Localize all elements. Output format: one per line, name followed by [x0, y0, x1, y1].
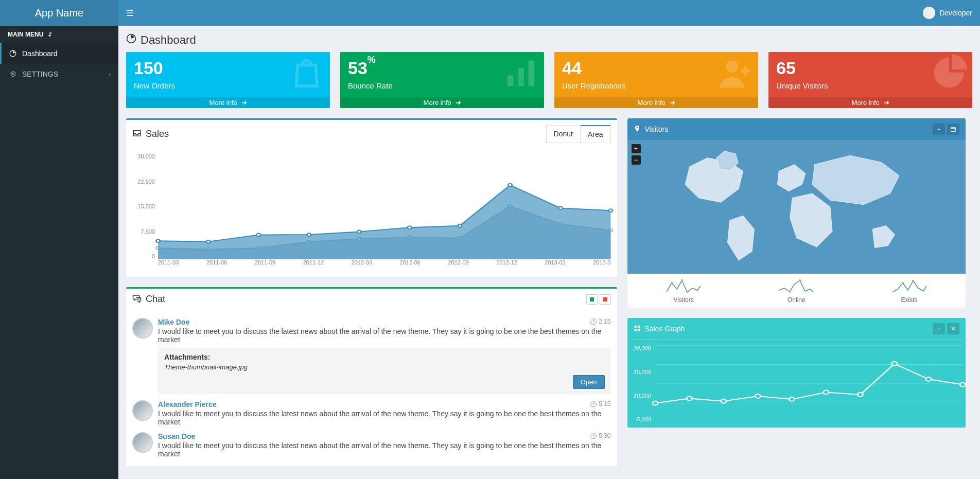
chat-name[interactable]: Susan Doe	[158, 432, 195, 440]
pie-icon	[931, 55, 967, 98]
svg-point-19	[257, 234, 261, 237]
svg-point-17	[156, 239, 160, 242]
sidebar: App Name MAIN MENU ↧ Dashboard SETTINGS …	[0, 0, 118, 479]
world-map[interactable]: + −	[627, 140, 966, 274]
chat-message: I would like to meet you to discuss the …	[158, 410, 611, 426]
sidebar-item-settings[interactable]: SETTINGS ‹	[0, 64, 118, 84]
chat-time: 2:15	[590, 318, 610, 325]
chevron-left-icon: ‹	[109, 71, 111, 77]
chart-tabs: Donut Area	[546, 125, 611, 143]
svg-point-51	[926, 377, 931, 381]
user-label: Developer	[939, 9, 972, 17]
attachment-file: Theme-thumbnail-image.jpg	[164, 363, 605, 371]
svg-point-28	[671, 282, 673, 284]
sales-graph-box: Sales Graph − ✕ 20,00015,00010,0005,000	[627, 318, 966, 428]
collapse-button[interactable]: −	[933, 123, 945, 135]
chat-item: Susan Doe5:30I would like to meet you to…	[132, 429, 611, 461]
chat-item: Mike Doe2:15I would like to meet you to …	[132, 315, 611, 397]
gear-icon	[8, 70, 18, 78]
arrow-circle-icon: ➜	[455, 99, 461, 107]
svg-point-33	[902, 282, 904, 284]
more-info-link[interactable]: More info ➜	[768, 97, 972, 108]
arrow-circle-icon: ➜	[883, 99, 889, 107]
grid-icon	[634, 325, 641, 333]
svg-point-6	[726, 61, 738, 73]
chat-attachment: Attachments:Theme-thumbnail-image.jpgOpe…	[158, 348, 611, 394]
open-button[interactable]: Open	[573, 375, 605, 389]
collapse-button[interactable]: −	[933, 323, 945, 334]
svg-point-22	[408, 226, 412, 229]
arrow-circle-icon: ➜	[669, 99, 675, 107]
bag-icon	[289, 55, 325, 98]
top-nav: ☰ Developer	[118, 0, 980, 26]
svg-point-43	[652, 401, 657, 405]
tab-area[interactable]: Area	[581, 125, 610, 143]
dashboard-icon	[8, 50, 18, 57]
svg-rect-4	[518, 68, 524, 86]
inbox-icon	[132, 129, 142, 139]
close-button[interactable]: ✕	[947, 323, 959, 334]
svg-point-25	[558, 206, 563, 209]
svg-point-44	[687, 397, 692, 401]
avatar	[132, 400, 153, 421]
more-info-link[interactable]: More info ➜	[126, 97, 330, 108]
calendar-button[interactable]	[947, 123, 959, 135]
svg-point-20	[307, 233, 311, 236]
avatar	[132, 432, 153, 453]
marker-icon	[634, 125, 641, 134]
page-header: Dashboard	[118, 26, 980, 52]
status-busy-toggle[interactable]	[600, 294, 611, 305]
stat-unique-visitors: 65 Unique Visitors More info ➜	[768, 52, 972, 108]
svg-rect-3	[507, 76, 514, 86]
chat-box: Chat Mike Doe2:15I would like to meet yo…	[126, 287, 617, 466]
sales-box: Sales Donut Area 30,00022,50015,0007,500…	[126, 118, 617, 277]
zoom-out-button[interactable]: −	[632, 155, 641, 165]
svg-point-49	[857, 393, 863, 397]
box-title: Chat	[146, 294, 165, 305]
box-title: Sales Graph	[645, 325, 685, 333]
chat-name[interactable]: Alexander Pierce	[158, 400, 217, 409]
chat-time: 5:30	[590, 432, 610, 439]
svg-point-50	[891, 362, 897, 366]
svg-rect-36	[638, 325, 640, 327]
svg-point-1	[12, 73, 14, 75]
tab-donut[interactable]: Donut	[547, 126, 581, 143]
sales-graph-chart: 20,00015,00010,0005,000	[627, 340, 966, 422]
chat-message: I would like to meet you to discuss the …	[158, 441, 611, 458]
sidebar-item-label: SETTINGS	[22, 70, 58, 78]
chat-item: Alexander Pierce5:15I would like to meet…	[132, 397, 611, 429]
arrow-circle-icon: ➜	[241, 99, 247, 107]
svg-point-52	[960, 383, 965, 387]
svg-rect-5	[529, 61, 535, 86]
user-menu[interactable]: Developer	[923, 7, 972, 19]
app-logo[interactable]: App Name	[0, 0, 118, 26]
svg-rect-35	[634, 325, 636, 327]
svg-point-47	[789, 397, 794, 401]
visitors-box: Visitors − + −	[627, 118, 966, 308]
avatar	[923, 7, 935, 19]
page-title: Dashboard	[141, 33, 196, 47]
sales-chart: 30,00022,50015,0007,5000 2011-032011-062…	[132, 153, 611, 272]
svg-point-34	[912, 280, 914, 282]
status-online-toggle[interactable]	[586, 294, 598, 305]
svg-point-21	[357, 230, 361, 233]
bars-icon	[503, 55, 539, 98]
avatar	[132, 318, 153, 339]
chat-icon	[132, 294, 142, 305]
zoom-in-button[interactable]: +	[632, 144, 641, 153]
stat-bounce-rate: 53% Bounce Rate More info ➜	[340, 52, 544, 108]
menu-toggle[interactable]: ☰	[126, 8, 133, 18]
svg-point-23	[458, 224, 462, 227]
svg-rect-27	[951, 128, 956, 132]
svg-point-32	[789, 291, 791, 293]
more-info-link[interactable]: More info ➜	[554, 97, 758, 108]
svg-point-46	[755, 394, 760, 398]
svg-point-18	[206, 240, 211, 243]
svg-point-24	[508, 184, 512, 187]
box-title: Visitors	[645, 125, 669, 133]
sidebar-item-dashboard[interactable]: Dashboard	[0, 43, 118, 64]
more-info-link[interactable]: More info ➜	[340, 97, 544, 108]
user-add-icon	[717, 55, 753, 98]
chat-name[interactable]: Mike Doe	[158, 318, 189, 326]
svg-point-45	[721, 399, 726, 403]
